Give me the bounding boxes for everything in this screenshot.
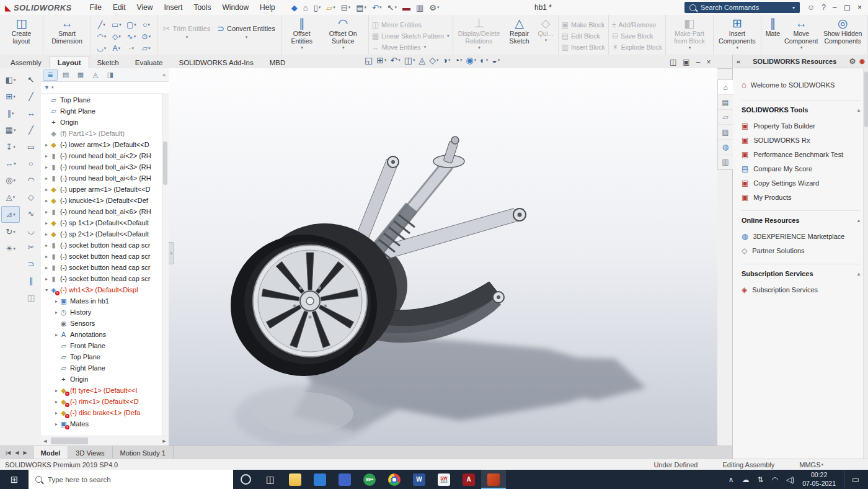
text-tool-button[interactable]: A▾ (109, 42, 124, 54)
point-tool-button[interactable]: ·▾ (124, 42, 139, 54)
offset-on-surface-button[interactable]: ◠Offset On Surface▾ (321, 17, 365, 50)
my-products-link[interactable]: ▣My Products (742, 190, 860, 204)
tree-item-rim-1-default-d[interactable]: ▸◆(-) rim<1> (Default<<D (41, 396, 162, 407)
tree-item-sp-2-1-default-default[interactable]: ▸◆(-) sp 2<1> (Default<<Default (41, 228, 162, 240)
section-header-solidworks-tools[interactable]: SOLIDWORKS Tools▴ (742, 106, 860, 114)
view-palette-tab[interactable]: ▨ (718, 125, 733, 140)
microsoft-store-app[interactable] (308, 470, 332, 489)
subscription-services-link[interactable]: ◈Subscription Services (742, 282, 860, 297)
tree-item-round-head-bolt-ai-3-rh[interactable]: ▸▮(-) round head bolt_ai<3> (RH (41, 161, 162, 173)
slot-tool-button[interactable]: ▢▾ (124, 19, 139, 30)
scrollbar-thumb[interactable] (163, 141, 167, 185)
graphics-area[interactable] (169, 68, 717, 446)
adobe-app[interactable]: A (456, 470, 481, 489)
undo-button[interactable]: ↶▾ (370, 3, 383, 12)
linear-component-pattern-button[interactable]: ▦▾ (2, 122, 19, 138)
tree-item-top-plane[interactable]: ▱Top Plane (41, 351, 162, 362)
solidworks-session-app[interactable] (481, 470, 506, 489)
close-button[interactable]: × (857, 4, 862, 11)
menu-help[interactable]: Help (254, 1, 281, 14)
tree-item-annotations[interactable]: ▸AAnnotations (41, 329, 162, 340)
tree-item-socket-button-head-cap-scr[interactable]: ▸▮(-) socket button head cap scr (41, 251, 162, 262)
mail-app[interactable]: 99+ (357, 470, 382, 489)
section-header-online-resources[interactable]: Online Resources▴ (742, 217, 860, 224)
cad-model-view[interactable] (169, 68, 717, 446)
zoom-to-area-button[interactable]: ⊞▾ (376, 56, 386, 65)
tree-item-socket-button-head-cap-scr[interactable]: ▸▮(-) socket button head cap scr (41, 273, 162, 284)
mate-button[interactable]: ∥Mate (764, 17, 781, 38)
task-view-app[interactable]: ◫ (258, 470, 283, 489)
smart-fasteners-button[interactable]: ↧▾ (2, 139, 19, 155)
tree-item-mates-in-hb1[interactable]: ▸▣Mates in hb1 (41, 295, 162, 307)
tree-item-socket-button-head-cap-scr[interactable]: ▸▮(-) socket button head cap scr (41, 262, 162, 273)
propertymanager-tab[interactable]: ▤ (59, 70, 73, 80)
tree-item-sensors[interactable]: ◉Sensors (41, 318, 162, 329)
mate-button[interactable]: ∥▾ (2, 105, 19, 121)
rectangle-button[interactable]: ▭ (22, 139, 40, 155)
chrome-app[interactable] (382, 470, 407, 489)
restore-button[interactable]: ▣ (683, 56, 689, 67)
assembly-features-button[interactable]: ◬▾ (2, 189, 19, 205)
search-dropdown-icon[interactable]: ▾ (792, 5, 795, 11)
compare-my-score-link[interactable]: ▤Compare My Score (742, 161, 860, 176)
smart-dimension-button[interactable]: ↔ (22, 105, 40, 121)
apply-scene-button[interactable]: ◐▾ (480, 56, 488, 65)
maximize-button[interactable]: ▢ (844, 4, 851, 11)
tree-item-front-plane[interactable]: ▱Front Plane (41, 340, 162, 351)
menu-tools[interactable]: Tools (188, 1, 216, 14)
circle-button[interactable]: ○ (22, 156, 40, 171)
solidworks-rx-link[interactable]: ▣SOLIDWORKS Rx (742, 133, 860, 147)
select-button[interactable]: ↖ (22, 72, 40, 87)
plane-tool-button[interactable]: ▱▾ (139, 42, 154, 54)
tree-item-round-head-bolt-ai-2-rh[interactable]: ▸▮(-) round head bolt_ai<2> (RH (41, 150, 162, 161)
tree-item-origin[interactable]: +Origin (41, 374, 162, 385)
open-button[interactable]: ▱▾ (324, 3, 337, 12)
options-gear-icon[interactable]: ⚙ (849, 57, 856, 66)
tree-vertical-scrollbar[interactable] (162, 93, 169, 436)
new-document-button[interactable]: ▯▾ (312, 3, 323, 12)
welcome-link[interactable]: ⌂Welcome to SOLIDWORKS (742, 81, 860, 89)
insert-components-button[interactable]: ⊞▾ (2, 89, 19, 104)
file-explorer-app[interactable] (283, 470, 308, 489)
select-button[interactable]: ↖▾ (386, 3, 399, 12)
spline-button[interactable]: ∿ (22, 206, 40, 222)
repair-sketch-button[interactable]: △Repair Sketch (504, 17, 535, 46)
tab-assembly[interactable]: Assembly (2, 56, 50, 68)
action-center-icon[interactable]: ▭ (844, 470, 867, 489)
file-properties-button[interactable]: ▥ (414, 3, 425, 12)
displaymanager-tab[interactable]: ◨ (104, 70, 117, 80)
tab-3d-views[interactable]: 3D Views (68, 446, 112, 459)
tree-item-round-head-bolt-ai-4-rh[interactable]: ▸▮(-) round head bolt_ai<4> (RH (41, 173, 162, 184)
tree-item-socket-button-head-cap-scr[interactable]: ▸▮(-) socket button head cap scr (41, 240, 162, 251)
arc-button[interactable]: ◠ (22, 173, 40, 188)
tab-solidworks-add-ins[interactable]: SOLIDWORKS Add-Ins (171, 56, 262, 68)
scrollbar-track[interactable] (50, 436, 160, 446)
reference-geometry-button[interactable]: ⊿▾ (1, 206, 20, 223)
cortana-app[interactable] (233, 470, 258, 489)
performance-benchmark-test-link[interactable]: ▣Performance Benchmark Test (742, 147, 860, 161)
3dexperience-marketplace-link[interactable]: ◍3DEXPERIENCE Marketplace (742, 229, 860, 243)
line-tool-button[interactable]: ╱▾ (94, 19, 109, 30)
move-component-button[interactable]: ↔Move Component▾ (783, 17, 819, 50)
tree-filter[interactable]: ▼ ▾ (41, 82, 169, 94)
hidden-icons-icon[interactable]: ∧ (728, 475, 734, 484)
convert-entities-button[interactable]: ⊃ (22, 256, 40, 272)
tab-sketch[interactable]: Sketch (89, 56, 127, 68)
tree-item-history[interactable]: ▸◷History (41, 307, 162, 318)
show-hidden-components-button[interactable]: ◎▾ (2, 173, 19, 188)
line-button[interactable]: ╱ (22, 122, 40, 138)
hide-show-items-button[interactable]: ◔▾ (454, 56, 463, 65)
fillet-tool-button[interactable]: ◡▾ (94, 42, 109, 54)
scrollbar-thumb[interactable] (864, 71, 868, 127)
tree-item-wh1-3-default-displ[interactable]: ▾◈(-) wh1<3> (Default<Displ (41, 284, 162, 295)
scroll-left-icon[interactable]: ◀ (41, 439, 50, 444)
panel-splitter[interactable]: › (169, 242, 174, 264)
tab-motion-study-1[interactable]: Motion Study 1 (113, 446, 174, 459)
wifi-icon[interactable]: ◠ (772, 475, 778, 484)
offset-entities-button[interactable]: ∥Offset Entities▾ (285, 17, 319, 50)
trim-entities-button[interactable]: ✂ (22, 240, 40, 255)
partner-solutions-link[interactable]: ◇Partner Solutions (742, 243, 860, 258)
solidworks-launcher-app[interactable]: SW2019 (432, 470, 456, 489)
show-hidden-components-button[interactable]: ◎Show Hidden Components (821, 17, 864, 46)
tree-item-disc-brake-1-defa[interactable]: ▸◆(-) disc brake<1> (Defa (41, 407, 162, 418)
